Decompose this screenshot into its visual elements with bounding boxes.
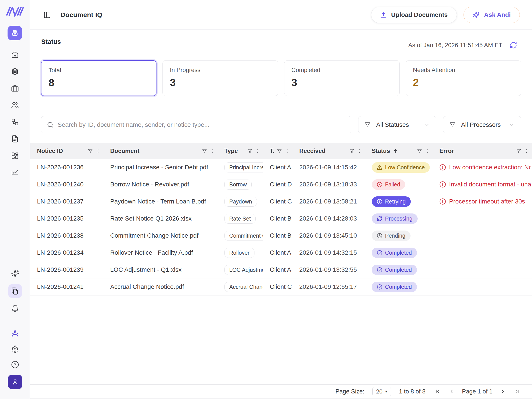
sidebar-item-notifications[interactable] — [10, 304, 20, 313]
triangle-alert-icon — [377, 165, 382, 170]
cell-status: Completed — [365, 279, 433, 295]
column-header-notice-id[interactable]: Notice ID — [30, 143, 103, 159]
table-row[interactable]: LN-2026-001239 LOC Adjustment - Q1.xlsx … — [30, 261, 532, 279]
cell-error: Processor timeout after 30s — [433, 193, 532, 210]
next-page-button[interactable] — [499, 387, 507, 395]
cell-type: Rate Set — [218, 210, 263, 227]
type-chip: Principal Increase — [224, 163, 263, 172]
column-header-processor[interactable]: T. — [263, 143, 293, 159]
upload-documents-button[interactable]: Upload Documents — [371, 7, 457, 23]
sidebar-lower — [0, 269, 30, 369]
status-card-in-progress[interactable]: In Progress 3 — [163, 60, 278, 96]
filter-icon[interactable] — [248, 149, 252, 153]
table-row[interactable]: LN-2026-001238 Commitment Change Notice.… — [30, 227, 532, 244]
filter-icon[interactable] — [417, 149, 422, 153]
status-badge: Retrying — [372, 196, 411, 207]
sidebar-item-briefcase[interactable] — [10, 83, 20, 93]
chevron-first-icon — [434, 388, 441, 395]
cell-document: Borrow Notice - Revolver.pdf — [103, 176, 218, 193]
table-row[interactable]: LN-2026-001240 Borrow Notice - Revolver.… — [30, 176, 532, 193]
kebab-menu-icon[interactable] — [357, 149, 362, 153]
filter-icon[interactable] — [277, 149, 282, 153]
sidebar-toggle-button[interactable] — [42, 10, 52, 20]
table-row[interactable]: LN-2026-001234 Rollover Notice - Facilit… — [30, 244, 532, 261]
cell-received: 2026-01-09 13:32:55 — [293, 261, 365, 278]
kebab-menu-icon[interactable] — [285, 149, 290, 153]
status-card-completed[interactable]: Completed 3 — [284, 60, 400, 96]
kebab-menu-icon[interactable] — [425, 149, 430, 153]
filter-icon[interactable] — [516, 149, 521, 153]
column-header-status[interactable]: Status — [365, 143, 433, 159]
column-header-received[interactable]: Received — [293, 143, 365, 159]
upload-icon — [380, 12, 387, 18]
table-row[interactable]: LN-2026-001237 Paydown Notice - Term Loa… — [30, 193, 532, 210]
sidebar-item-tools[interactable] — [10, 329, 20, 338]
status-badge: Processing — [372, 214, 418, 224]
status-filter-dropdown[interactable]: All Statuses — [358, 116, 436, 133]
dashboard-icon — [11, 152, 19, 160]
kebab-menu-icon[interactable] — [524, 149, 529, 153]
kebab-menu-icon[interactable] — [96, 149, 101, 153]
line-chart-icon — [11, 169, 19, 177]
cell-document: Rate Set Notice Q1 2026.xlsx — [103, 210, 218, 227]
chevron-down-icon — [509, 122, 515, 128]
user-avatar[interactable] — [8, 375, 22, 389]
caret-down-icon: ▾ — [385, 389, 387, 394]
sidebar-item-home[interactable] — [10, 50, 20, 59]
archive-app-icon[interactable] — [7, 26, 22, 40]
sidebar-item-ai[interactable] — [10, 269, 20, 279]
sidebar-item-printer[interactable] — [10, 66, 20, 76]
column-header-error[interactable]: Error — [433, 143, 532, 159]
table-row[interactable]: LN-2026-001235 Rate Set Notice Q1 2026.x… — [30, 210, 532, 227]
needs-attention-count: 2 — [413, 76, 514, 89]
cell-processor: Client A — [263, 159, 293, 176]
cell-received: 2026-01-09 13:45:10 — [293, 227, 365, 244]
type-chip: Borrow — [224, 180, 252, 190]
archive-icon — [11, 29, 19, 37]
cell-error — [433, 244, 532, 261]
first-page-button[interactable] — [434, 387, 442, 395]
previous-page-button[interactable] — [448, 387, 456, 395]
cell-document: Accrual Change Notice.pdf — [103, 279, 218, 295]
status-label: Failed — [385, 181, 400, 188]
status-badge: Failed — [372, 179, 405, 190]
sidebar-item-users[interactable] — [10, 100, 20, 110]
table-row[interactable]: LN-2026-001236 Principal Increase - Seni… — [30, 159, 532, 176]
status-label: Retrying — [385, 198, 406, 205]
last-page-button[interactable] — [513, 387, 521, 395]
kebab-menu-icon[interactable] — [255, 149, 260, 153]
circle-check-icon — [377, 250, 382, 256]
sidebar-item-documents[interactable] — [10, 134, 20, 144]
cell-notice-id: LN-2026-001237 — [30, 193, 103, 210]
status-card-needs-attention[interactable]: Needs Attention 2 — [406, 60, 521, 96]
column-header-document[interactable]: Document — [103, 143, 218, 159]
refresh-button[interactable] — [509, 41, 518, 50]
cell-processor: Client C — [263, 279, 293, 295]
status-label: Pending — [385, 233, 405, 239]
circle-alert-icon — [439, 164, 446, 171]
processor-filter-dropdown[interactable]: All Processors — [443, 116, 521, 133]
sidebar-item-document-iq-active[interactable] — [8, 284, 22, 298]
search-input[interactable] — [58, 121, 345, 128]
column-header-type[interactable]: Type — [218, 143, 263, 159]
circle-check-icon — [377, 267, 382, 273]
sidebar-item-settings[interactable] — [10, 344, 20, 354]
cell-notice-id: LN-2026-001236 — [30, 159, 103, 176]
filter-icon[interactable] — [88, 149, 93, 153]
sidebar-item-help[interactable] — [10, 360, 20, 369]
sidebar-item-dashboard[interactable] — [10, 151, 20, 160]
filter-icon[interactable] — [349, 149, 354, 153]
ask-andi-button[interactable]: Ask Andi — [463, 7, 520, 23]
status-card-total[interactable]: Total 8 — [41, 60, 157, 96]
sort-ascending-icon[interactable] — [393, 148, 398, 154]
filter-icon[interactable] — [202, 149, 207, 153]
table-row[interactable]: LN-2026-001241 Accrual Change Notice.pdf… — [30, 279, 532, 296]
users-icon — [11, 101, 19, 109]
sidebar-item-analytics[interactable] — [10, 168, 20, 177]
kebab-menu-icon[interactable] — [210, 149, 215, 153]
top-header: Document IQ Upload Documents Ask Andi — [30, 0, 532, 30]
sidebar-item-workflow[interactable] — [10, 117, 20, 127]
page-size-select[interactable]: 20 ▾ — [372, 387, 391, 396]
bell-icon — [11, 304, 19, 313]
cell-notice-id: LN-2026-001239 — [30, 261, 103, 278]
